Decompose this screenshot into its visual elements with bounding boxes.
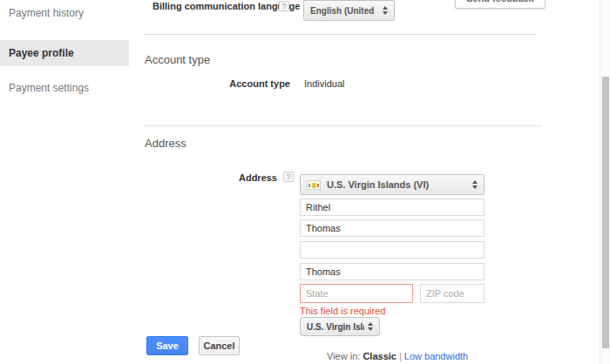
- section-divider: [144, 125, 542, 126]
- billing-language-label: Billing communication language: [152, 1, 300, 11]
- address-line2-input[interactable]: [300, 219, 485, 237]
- save-button[interactable]: Save: [146, 336, 188, 355]
- sidebar-item-payment-history[interactable]: Payment history: [0, 3, 129, 23]
- billing-language-help-icon[interactable]: ?: [279, 1, 289, 11]
- us-virgin-islands-flag-icon: [307, 180, 321, 190]
- sidebar: Payment history Payee profile Payment se…: [0, 0, 131, 364]
- state-required-error: This field is required: [300, 306, 385, 316]
- sidebar-item-payee-profile[interactable]: Payee profile: [0, 40, 129, 66]
- account-type-field-label: Account type: [148, 78, 290, 89]
- address-field-label: Address: [148, 172, 277, 183]
- view-in-label: View in:: [327, 351, 360, 361]
- scrollbar-track[interactable]: [600, 0, 610, 364]
- scrollbar-thumb[interactable]: [602, 77, 609, 348]
- updown-arrows-icon: [383, 6, 388, 15]
- send-feedback-button[interactable]: Send feedback: [455, 0, 546, 9]
- address-city-input[interactable]: [300, 263, 485, 280]
- view-in-footer: View in: Classic|Low bandwidth: [327, 351, 468, 361]
- territory-select[interactable]: U.S. Virgin Islands: [300, 317, 380, 336]
- zip-code-input[interactable]: [420, 284, 485, 303]
- address-heading: Address: [145, 137, 186, 150]
- updown-arrows-icon: [472, 180, 478, 189]
- low-bandwidth-link[interactable]: Low bandwidth: [404, 351, 468, 361]
- updown-arrows-icon: [368, 322, 373, 331]
- account-type-heading: Account type: [145, 53, 210, 66]
- cancel-button[interactable]: Cancel: [199, 336, 240, 355]
- address-line1-input[interactable]: [300, 199, 485, 216]
- section-divider: [144, 34, 536, 35]
- address-country-select[interactable]: U.S. Virgin Islands (VI): [300, 174, 485, 195]
- sidebar-item-payment-settings[interactable]: Payment settings: [0, 78, 129, 98]
- account-type-value: Individual: [304, 78, 344, 89]
- state-input[interactable]: [300, 284, 413, 303]
- footer-separator: |: [399, 351, 402, 361]
- billing-language-select[interactable]: English (United States): [303, 0, 395, 21]
- address-line3-input[interactable]: [300, 241, 485, 259]
- billing-language-select-value: English (United States): [310, 6, 376, 16]
- view-in-classic: Classic: [363, 351, 396, 361]
- address-country-select-value: U.S. Virgin Islands (VI): [327, 179, 465, 190]
- territory-select-value: U.S. Virgin Islands: [307, 322, 364, 332]
- address-help-icon[interactable]: ?: [283, 172, 294, 182]
